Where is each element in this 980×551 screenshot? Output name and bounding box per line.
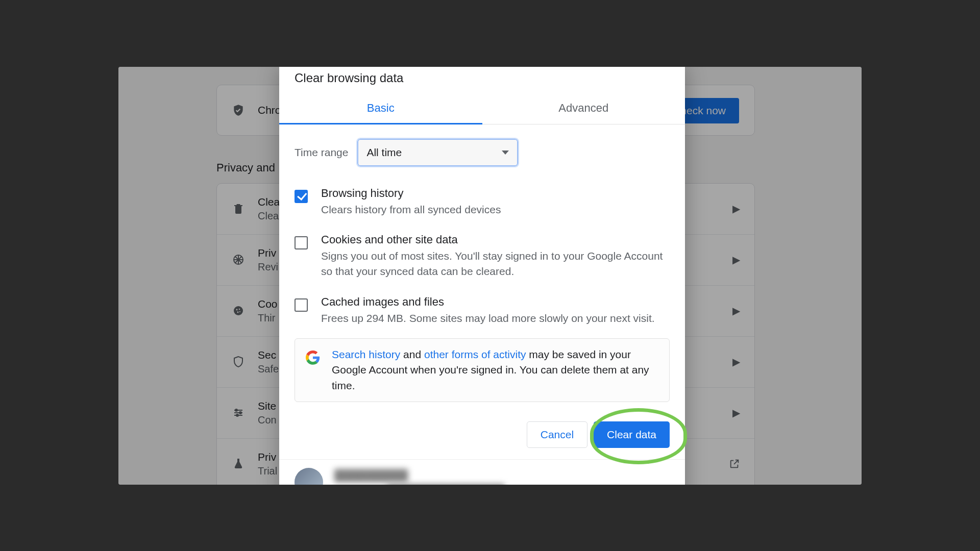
tab-basic[interactable]: Basic — [279, 93, 482, 124]
option-sub: Signs you out of most sites. You'll stay… — [321, 248, 670, 279]
other-activity-link[interactable]: other forms of activity — [424, 348, 526, 360]
tab-advanced[interactable]: Advanced — [482, 93, 685, 124]
note-text: and — [400, 348, 424, 360]
time-range-label: Time range — [295, 146, 348, 159]
option-sub: Frees up 294 MB. Some sites may load mor… — [321, 311, 655, 326]
dialog-tabs: Basic Advanced — [279, 93, 685, 124]
clear-browsing-data-dialog: Clear browsing data Basic Advanced Time … — [279, 67, 685, 485]
syncing-label: Syncing to — [334, 484, 384, 484]
avatar — [295, 468, 323, 484]
search-history-link[interactable]: Search history — [332, 348, 400, 360]
checkbox-browsing-history[interactable] — [295, 190, 308, 203]
option-sub: Clears history from all synced devices — [321, 202, 501, 217]
account-email-masked: ▓▓▓▓▓▓▓▓▓▓▓▓▓▓▓ — [387, 484, 505, 484]
option-title: Cookies and other site data — [321, 233, 670, 246]
sync-account-row: ▓▓▓▓▓▓▓▓▓ Syncing to ▓▓▓▓▓▓▓▓▓▓▓▓▓▓▓ — [279, 459, 685, 484]
option-browsing-history: Browsing history Clears history from all… — [295, 180, 670, 227]
time-range-select[interactable]: All time — [357, 139, 518, 166]
checkbox-cookies[interactable] — [295, 236, 308, 249]
checkbox-cache[interactable] — [295, 298, 308, 312]
option-title: Browsing history — [321, 187, 501, 200]
clear-data-button[interactable]: Clear data — [594, 421, 670, 448]
account-name-masked: ▓▓▓▓▓▓▓▓▓ — [334, 468, 408, 482]
option-title: Cached images and files — [321, 295, 655, 309]
dialog-title: Clear browsing data — [279, 67, 685, 93]
google-activity-note: Search history and other forms of activi… — [295, 338, 670, 402]
option-cookies: Cookies and other site data Signs you ou… — [295, 226, 670, 288]
cancel-button[interactable]: Cancel — [527, 421, 587, 448]
time-range-value: All time — [366, 146, 402, 159]
google-g-icon — [305, 347, 321, 365]
chevron-down-icon — [502, 151, 509, 155]
option-cache: Cached images and files Frees up 294 MB.… — [295, 288, 670, 335]
